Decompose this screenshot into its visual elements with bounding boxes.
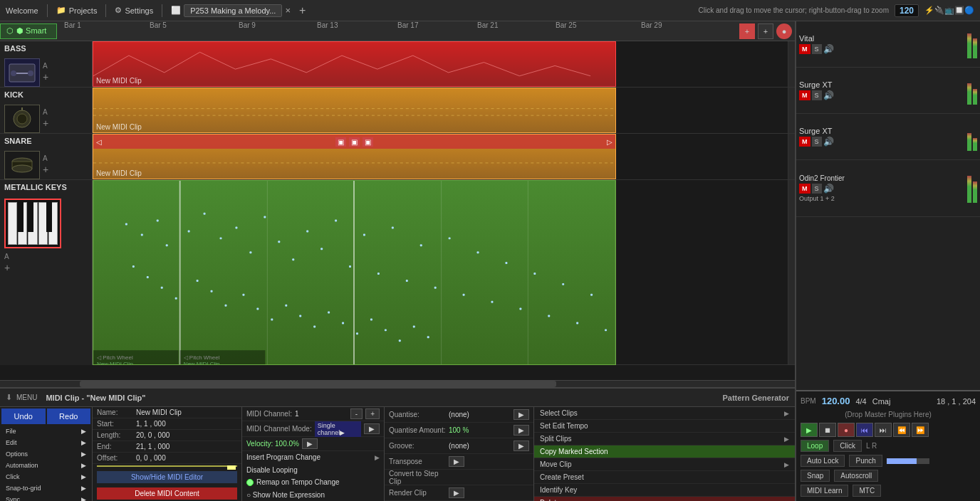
snap-button[interactable]: Snap [801, 470, 830, 482]
vital-solo-btn[interactable]: S [812, 44, 822, 54]
rewind-button[interactable]: ⏮ [856, 423, 873, 437]
bottom-panel: ⬇ MENU MIDI Clip - "New MIDI Clip" Patte… [0, 387, 795, 501]
render-arrow[interactable]: ▶ [449, 487, 464, 498]
snare-track-content[interactable]: ◁ ▣ ▣ ▣ ▷ New MIDI Clip [93, 134, 788, 179]
control-row-2: Auto Lock Punch [801, 455, 976, 467]
midi-learn-button[interactable]: MIDI Learn [801, 485, 848, 497]
stop-button[interactable]: ⏹ [819, 423, 836, 437]
kick-plus-button[interactable]: + [43, 117, 48, 129]
vital-mute-btn[interactable]: M [799, 44, 810, 54]
topbar: Welcome 📁 Projects ⚙ Settings ⬜ P253 Mak… [0, 0, 980, 21]
menu-automation[interactable]: Automation ▶ [0, 460, 92, 471]
copy-marked-section-item[interactable]: Copy Marked Section [534, 445, 795, 458]
quantise-btn[interactable]: ▶ [514, 409, 529, 420]
add-track-button[interactable]: + [739, 23, 755, 39]
welcome-tab[interactable]: Welcome [6, 6, 38, 15]
channel-minus-btn[interactable]: - [350, 408, 363, 419]
svg-point-2 [28, 70, 33, 76]
surge1-solo-btn[interactable]: S [812, 90, 822, 100]
menu-snap[interactable]: Snap-to-grid ▶ [0, 482, 92, 494]
remap-checkbox[interactable] [246, 479, 254, 486]
bass-clip[interactable]: New MIDI Clip [93, 41, 616, 87]
svg-rect-58 [161, 287, 163, 289]
svg-rect-31 [264, 216, 266, 218]
create-preset-item[interactable]: Create Preset [534, 471, 795, 484]
next-button[interactable]: ⏩ [912, 423, 929, 437]
click-button[interactable]: Click [833, 440, 862, 452]
metallic-clip[interactable]: ◁ Pitch Wheel ◁ Pitch Wheel New MIDI Cli… [93, 180, 616, 365]
play-button[interactable]: ▶ [801, 423, 818, 437]
bar-9: Bar 9 [239, 21, 256, 29]
surge1-mute-btn[interactable]: M [799, 90, 810, 100]
project-tab[interactable]: ⬜ P253 Making a Melody... × [171, 4, 291, 17]
prev-button[interactable]: ⏪ [893, 423, 910, 437]
mode-btn[interactable]: ▶ [364, 423, 380, 434]
snare-clip[interactable]: ◁ ▣ ▣ ▣ ▷ New MIDI Clip [93, 134, 616, 179]
transpose-arrow[interactable]: ▶ [449, 456, 464, 467]
vital-meter [967, 30, 977, 58]
ruler: ⬡ ⬢ Smart Bar 1 Bar 5 Bar 9 Bar 13 Bar 1… [0, 21, 795, 41]
delete-item[interactable]: Delete ▶ [534, 497, 795, 501]
settings-tab[interactable]: ⚙ Settings [115, 6, 153, 15]
surge2-solo-btn[interactable]: S [812, 137, 822, 147]
record-button[interactable]: ● [776, 23, 792, 39]
groove-btn[interactable]: ▶ [514, 441, 529, 451]
bass-plus-button[interactable]: + [43, 71, 48, 83]
add-project-button[interactable]: + [299, 4, 306, 17]
punch-button[interactable]: Punch [849, 455, 882, 467]
select-clips-item[interactable]: Select Clips ▶ [534, 407, 795, 420]
velocity-btn[interactable]: ▶ [302, 438, 318, 449]
odin2-mute-btn[interactable]: M [799, 184, 810, 194]
quantise-amount-btn[interactable]: ▶ [514, 425, 529, 436]
surge2-volume-icon[interactable]: 🔊 [823, 137, 834, 147]
show-hide-midi-button[interactable]: Show/Hide MIDI Editor [97, 471, 237, 483]
surge2-mute-btn[interactable]: M [799, 137, 810, 147]
close-project-button[interactable]: × [285, 5, 291, 16]
redo-button[interactable]: Redo [47, 408, 91, 424]
piano-black-key-3 [46, 202, 52, 232]
mtc-button[interactable]: MTC [853, 485, 881, 497]
fast-forward-button[interactable]: ⏭ [875, 423, 892, 437]
split-clips-item[interactable]: Split Clips ▶ [534, 433, 795, 445]
channel-plus-btn[interactable]: + [365, 408, 380, 419]
menu-options[interactable]: Options ▶ [0, 448, 92, 460]
kick-track-content[interactable]: New MIDI Clip [93, 88, 788, 133]
auto-lock-button[interactable]: Auto Lock [801, 455, 845, 467]
undo-button[interactable]: Undo [1, 408, 46, 424]
smart-button[interactable]: ⬡ ⬢ Smart [0, 23, 57, 39]
snare-track-label: SNARE A + [0, 134, 93, 179]
snare-plus-button[interactable]: + [43, 164, 48, 175]
projects-tab[interactable]: 📁 Projects [56, 6, 98, 15]
menu-sync[interactable]: Sync ▶ [0, 494, 92, 501]
kick-clip-label: New MIDI Clip [96, 123, 142, 131]
menu-edit[interactable]: Edit ▶ [0, 437, 92, 448]
odin2-solo-btn[interactable]: S [812, 184, 822, 194]
menu-click[interactable]: Click ▶ [0, 471, 92, 482]
horizontal-scrollbar[interactable] [0, 380, 795, 387]
odin2-meter-bar-2 [973, 181, 977, 203]
delete-midi-button[interactable]: Delete MIDI Content [97, 487, 237, 500]
set-edit-tempo-item[interactable]: Set Edit Tempo [534, 420, 795, 433]
record-transport-button[interactable]: ● [838, 423, 855, 437]
autoscroll-button[interactable]: Autoscroll [834, 470, 878, 482]
surge1-volume-icon[interactable]: 🔊 [823, 90, 834, 100]
metallic-plus-button[interactable]: + [4, 262, 88, 273]
odin2-volume-icon[interactable]: 🔊 [823, 184, 834, 194]
kick-clip[interactable]: New MIDI Clip [93, 88, 616, 133]
identify-key-item[interactable]: Identify Key [534, 484, 795, 497]
piano-key-1 [8, 202, 17, 245]
bottom-panel-title: MIDI Clip - "New MIDI Clip" [46, 394, 145, 402]
loop-button[interactable]: Loop [801, 440, 829, 452]
vital-volume-icon[interactable]: 🔊 [823, 44, 834, 54]
odin2-controls: Odin2 Frontier M S 🔊 Output 1 + 2 [799, 174, 845, 202]
menu-file[interactable]: File ▶ [0, 426, 92, 437]
bass-track-content[interactable]: New MIDI Clip [93, 41, 788, 87]
move-clip-item[interactable]: Move Clip ▶ [534, 458, 795, 471]
svg-rect-28 [220, 237, 222, 239]
zoom-button[interactable]: + [758, 23, 773, 39]
volume-slider[interactable] [887, 458, 929, 464]
svg-text:New MIDI Clip: New MIDI Clip [97, 361, 133, 364]
metallic-track-content[interactable]: ◁ Pitch Wheel ◁ Pitch Wheel New MIDI Cli… [93, 180, 788, 365]
svg-rect-48 [505, 262, 507, 264]
scrollbar-thumb[interactable] [80, 381, 557, 387]
